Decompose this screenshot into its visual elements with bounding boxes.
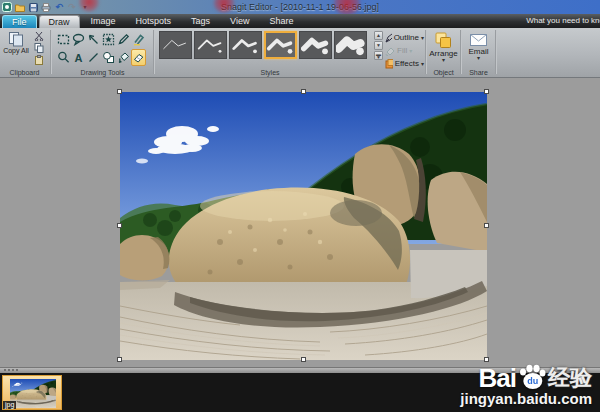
tool-shape[interactable] bbox=[101, 49, 116, 66]
selection-handle-s[interactable] bbox=[301, 357, 306, 362]
open-captures-tray: jpg bbox=[0, 373, 600, 412]
ribbon-draw: Copy All Clipboard A Drawing Tools bbox=[0, 28, 600, 78]
tab-image[interactable]: Image bbox=[82, 15, 125, 28]
fill-caret-icon: ▾ bbox=[409, 49, 412, 53]
group-label-clipboard: Clipboard bbox=[0, 69, 49, 76]
capture-thumbnail-image bbox=[10, 379, 56, 408]
titlebar: ↶ ↷ ▾ Snagit Editor - [2010-11-1 19-06-5… bbox=[0, 0, 600, 14]
outline-label: Outline bbox=[394, 33, 419, 42]
snagit-editor-window: ↶ ↷ ▾ Snagit Editor - [2010-11-1 19-06-5… bbox=[0, 0, 600, 412]
copy-all-label: Copy All bbox=[3, 47, 29, 54]
group-label-styles: Styles bbox=[156, 69, 384, 76]
fill-button: Fill ▾ bbox=[385, 45, 424, 56]
tool-fill[interactable] bbox=[116, 49, 131, 66]
group-tool-options: Outline ▾ Fill ▾ Effects ▾ bbox=[384, 28, 424, 77]
group-separator bbox=[50, 30, 52, 74]
styles-gallery bbox=[159, 31, 367, 59]
selection-handle-nw[interactable] bbox=[117, 89, 122, 94]
tool-selection[interactable] bbox=[56, 31, 71, 48]
group-share: Email ▾ Share bbox=[463, 28, 494, 77]
style-tile-6[interactable] bbox=[334, 31, 367, 59]
fill-icon bbox=[385, 46, 395, 56]
arrange-icon bbox=[434, 32, 453, 49]
captured-image[interactable] bbox=[120, 92, 487, 360]
effects-button[interactable]: Effects ▾ bbox=[385, 58, 424, 69]
style-tile-3[interactable] bbox=[229, 31, 262, 59]
ribbon-tab-bar: File Draw Image Hotspots Tags View Share… bbox=[0, 14, 600, 28]
gallery-scroll-down-icon[interactable]: ▼ bbox=[374, 41, 383, 50]
copy-all-icon bbox=[8, 31, 25, 47]
arrange-caret-icon: ▾ bbox=[442, 58, 445, 62]
help-link[interactable]: What you need to kno bbox=[526, 14, 600, 28]
selection-handle-n[interactable] bbox=[301, 89, 306, 94]
style-tile-2[interactable] bbox=[194, 31, 227, 59]
tool-callout[interactable] bbox=[71, 31, 86, 48]
drawing-tool-grid: A bbox=[56, 31, 149, 66]
fill-label: Fill bbox=[397, 46, 407, 55]
group-separator bbox=[495, 30, 497, 74]
group-drawing-tools: A Drawing Tools bbox=[53, 28, 152, 77]
tab-hotspots[interactable]: Hotspots bbox=[127, 15, 181, 28]
outline-button[interactable]: Outline ▾ bbox=[385, 32, 424, 43]
arrange-button[interactable]: Arrange ▾ bbox=[429, 30, 458, 66]
group-clipboard: Copy All Clipboard bbox=[0, 28, 49, 77]
style-tile-5[interactable] bbox=[299, 31, 332, 59]
tool-erase[interactable] bbox=[131, 49, 146, 66]
copy-all-button[interactable]: Copy All bbox=[2, 30, 30, 66]
tool-text[interactable]: A bbox=[71, 49, 86, 66]
group-separator bbox=[460, 30, 462, 74]
selection-handle-w[interactable] bbox=[117, 223, 122, 228]
paste-icon[interactable] bbox=[33, 55, 44, 65]
beach-photo bbox=[10, 379, 56, 408]
tool-highlight[interactable] bbox=[131, 31, 146, 48]
tab-view[interactable]: View bbox=[221, 15, 258, 28]
group-label-share: Share bbox=[463, 69, 494, 76]
group-separator bbox=[425, 30, 427, 74]
tool-stamp[interactable] bbox=[101, 31, 116, 48]
selection-handle-se[interactable] bbox=[484, 357, 489, 362]
tool-magnify[interactable] bbox=[56, 49, 71, 66]
selection-handle-ne[interactable] bbox=[484, 89, 489, 94]
outline-icon bbox=[385, 33, 392, 43]
effects-caret-icon: ▾ bbox=[421, 62, 424, 66]
tool-line[interactable] bbox=[86, 49, 101, 66]
tab-tags[interactable]: Tags bbox=[182, 15, 219, 28]
capture-thumbnail-ext: jpg bbox=[3, 401, 16, 409]
selection-handle-e[interactable] bbox=[484, 223, 489, 228]
email-button[interactable]: Email ▾ bbox=[464, 30, 493, 66]
effects-label: Effects bbox=[395, 59, 419, 68]
svg-text:A: A bbox=[75, 52, 83, 64]
tab-share[interactable]: Share bbox=[260, 15, 302, 28]
tab-file[interactable]: File bbox=[2, 15, 37, 28]
email-caret-icon: ▾ bbox=[477, 56, 480, 60]
tool-pen[interactable] bbox=[116, 31, 131, 48]
style-tile-4[interactable] bbox=[264, 31, 297, 59]
group-label-drawing-tools: Drawing Tools bbox=[53, 69, 152, 76]
capture-thumbnail[interactable]: jpg bbox=[2, 375, 62, 410]
cut-icon[interactable] bbox=[33, 31, 44, 41]
beach-photo bbox=[120, 92, 487, 360]
selection-handle-sw[interactable] bbox=[117, 357, 122, 362]
gallery-scroll-up-icon[interactable]: ▲ bbox=[374, 31, 383, 40]
group-object: Arrange ▾ Object bbox=[428, 28, 459, 77]
group-separator bbox=[153, 30, 155, 74]
group-styles: ▲ ▼ ▬▼ Styles bbox=[156, 28, 384, 77]
tool-arrow[interactable] bbox=[86, 31, 101, 48]
editor-canvas[interactable] bbox=[0, 78, 600, 367]
effects-icon bbox=[385, 59, 393, 69]
copy-icon[interactable] bbox=[33, 43, 44, 53]
style-tile-1[interactable] bbox=[159, 31, 192, 59]
splitter-grip-icon bbox=[4, 369, 18, 371]
styles-gallery-scroll: ▲ ▼ ▬▼ bbox=[374, 31, 383, 60]
clipboard-small-buttons bbox=[33, 31, 44, 65]
outline-caret-icon: ▾ bbox=[421, 36, 424, 40]
gallery-expand-icon[interactable]: ▬▼ bbox=[374, 51, 383, 60]
tab-draw[interactable]: Draw bbox=[39, 15, 80, 28]
email-icon bbox=[469, 32, 488, 47]
group-label-object: Object bbox=[428, 69, 459, 76]
